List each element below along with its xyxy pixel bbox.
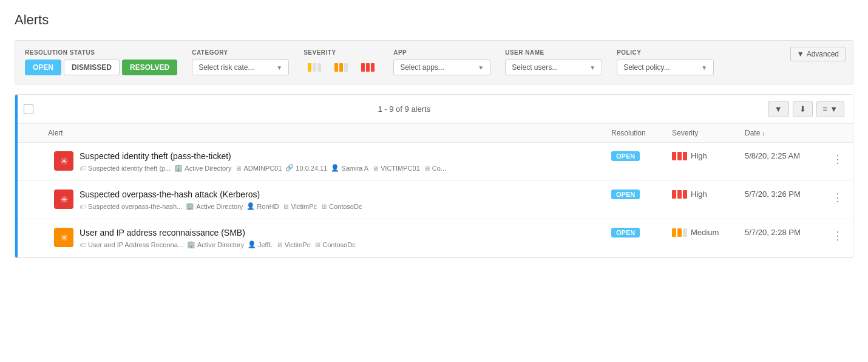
th-date[interactable]: Date — [745, 129, 830, 137]
resolution-cell: OPEN — [611, 151, 672, 160]
alert-meta: 🏷 User and IP Address Reconna... 🏢 Activ… — [80, 241, 356, 248]
advanced-button[interactable]: ▼ Advanced — [790, 47, 846, 61]
resolution-cell: OPEN — [611, 190, 672, 199]
table-row[interactable]: ✳ User and IP address reconnaissance (SM… — [15, 219, 853, 258]
meta-tag: 👤 Samira A — [331, 164, 368, 172]
more-options-button[interactable]: ⋮ — [830, 228, 844, 244]
meta-text: Active Directory — [197, 241, 244, 248]
severity-low-filter[interactable] — [303, 60, 325, 75]
category-label: CATEGORY — [192, 49, 289, 56]
category-dropdown[interactable]: Select risk cate... ▼ — [192, 60, 289, 75]
severity-cell: High — [672, 151, 745, 160]
chevron-down-icon: ▼ — [589, 64, 595, 71]
meta-tag: 🏢 Active Directory — [187, 241, 244, 248]
th-severity: Severity — [672, 129, 745, 137]
user-placeholder: Select users... — [512, 63, 558, 72]
alerts-count: 1 - 9 of 9 alerts — [41, 104, 768, 114]
status-badge: OPEN — [611, 190, 640, 199]
severity-bars — [672, 228, 687, 237]
status-badge: OPEN — [611, 228, 640, 237]
app-dropdown[interactable]: Select apps... ▼ — [393, 60, 490, 75]
alert-rows-container: ✳ Suspected identity theft (pass-the-tic… — [15, 143, 853, 258]
meta-tag: 🖥 ADMINPC01 — [235, 165, 282, 172]
more-options-button[interactable]: ⋮ — [830, 151, 844, 167]
username-label: USER NAME — [505, 49, 602, 56]
severity-label: High — [691, 151, 707, 160]
meta-tag: 🖥 Co... — [424, 165, 446, 172]
meta-icon: 🔗 — [285, 164, 294, 172]
policy-placeholder: Select policy... — [623, 63, 670, 72]
meta-tag: 👤 JeffL — [248, 241, 273, 248]
meta-icon: 🖥 — [320, 203, 327, 210]
severity-medium-filter[interactable] — [330, 60, 352, 75]
app-label: APP — [393, 49, 490, 56]
row-checkbox-area — [24, 151, 48, 152]
severity-bars — [672, 152, 687, 160]
th-alert: Alert — [48, 129, 611, 137]
resolved-button[interactable]: RESOLVED — [122, 60, 177, 75]
app-placeholder: Select apps... — [400, 63, 444, 72]
table-row[interactable]: ✳ Suspected overpass-the-hash attack (Ke… — [15, 181, 853, 219]
meta-tag: 🏷 User and IP Address Reconna... — [80, 241, 183, 248]
meta-text: VictimPc — [291, 203, 317, 210]
meta-icon: 🖥 — [276, 241, 283, 248]
meta-text: Active Directory — [196, 203, 243, 210]
th-actions — [830, 129, 844, 137]
meta-text: ADMINPC01 — [243, 165, 282, 172]
chevron-down-icon: ▼ — [276, 64, 282, 71]
username-group: USER NAME Select users... ▼ — [505, 49, 602, 75]
meta-tag: 🏷 Suspected overpass-the-hash... — [80, 203, 182, 210]
star-icon: ✳ — [60, 232, 68, 244]
page-title: Alerts — [15, 12, 853, 28]
advanced-label: Advanced — [807, 50, 839, 58]
meta-icon: 🏢 — [186, 202, 194, 210]
app-group: APP Select apps... ▼ — [393, 49, 490, 75]
meta-tag: 🖥 VictimPc — [276, 241, 311, 248]
chevron-down-icon: ▼ — [830, 104, 838, 114]
more-options-button[interactable]: ⋮ — [830, 190, 844, 205]
star-icon: ✳ — [60, 155, 68, 167]
meta-tag: 🖥 VictimPc — [282, 203, 317, 210]
alert-title: Suspected overpass-the-hash attack (Kerb… — [80, 190, 362, 199]
severity-cell: Medium — [672, 228, 745, 237]
category-placeholder: Select risk cate... — [198, 63, 254, 72]
meta-icon: 🖥 — [314, 241, 320, 248]
meta-text: VICTIMPC01 — [381, 165, 420, 172]
user-dropdown[interactable]: Select users... ▼ — [505, 60, 602, 75]
meta-icon: 🏢 — [187, 241, 195, 248]
meta-text: ContosoDc — [329, 203, 362, 210]
meta-tag: 🖥 VICTIMPC01 — [372, 165, 420, 172]
severity-bars — [672, 190, 687, 199]
table-row[interactable]: ✳ Suspected identity theft (pass-the-tic… — [15, 143, 853, 181]
table-header: Alert Resolution Severity Date — [15, 124, 853, 143]
date-cell: 5/8/20, 2:25 AM — [745, 151, 830, 160]
meta-icon: 🏷 — [80, 241, 86, 248]
funnel-icon: ▼ — [775, 104, 782, 114]
policy-dropdown[interactable]: Select policy... ▼ — [617, 60, 714, 75]
resolution-status-label: RESOLUTION STATUS — [25, 49, 177, 56]
meta-text: ContosoDc — [322, 241, 355, 248]
dismissed-button[interactable]: DISMISSED — [64, 60, 120, 75]
resolution-buttons: OPEN DISMISSED RESOLVED — [25, 60, 177, 75]
open-button[interactable]: OPEN — [25, 60, 61, 75]
filter-icon: ▼ — [797, 50, 804, 58]
severity-label: High — [691, 190, 707, 199]
severity-high-filter[interactable] — [357, 60, 379, 75]
select-all-checkbox[interactable] — [24, 104, 33, 114]
alert-content: User and IP address reconnaissance (SMB)… — [80, 228, 356, 248]
severity-label: Medium — [691, 228, 719, 237]
meta-text: JeffL — [258, 241, 273, 248]
meta-icon: 🏷 — [80, 165, 86, 172]
columns-button[interactable]: ≡ ▼ — [816, 101, 844, 117]
meta-icon: 🖥 — [235, 165, 242, 172]
export-button[interactable]: ⬇ — [793, 101, 813, 117]
alert-body: ✳ Suspected identity theft (pass-the-tic… — [48, 151, 611, 172]
alert-body: ✳ User and IP address reconnaissance (SM… — [48, 228, 611, 248]
policy-label: POLICY — [617, 49, 714, 56]
alerts-panel: 1 - 9 of 9 alerts ▼ ⬇ ≡ ▼ Alert Resoluti… — [15, 94, 853, 258]
star-icon: ✳ — [60, 194, 68, 205]
policy-group: POLICY Select policy... ▼ — [617, 49, 714, 75]
alert-body: ✳ Suspected overpass-the-hash attack (Ke… — [48, 190, 611, 210]
filter-button[interactable]: ▼ — [768, 101, 789, 117]
meta-icon: 🖥 — [372, 165, 379, 172]
